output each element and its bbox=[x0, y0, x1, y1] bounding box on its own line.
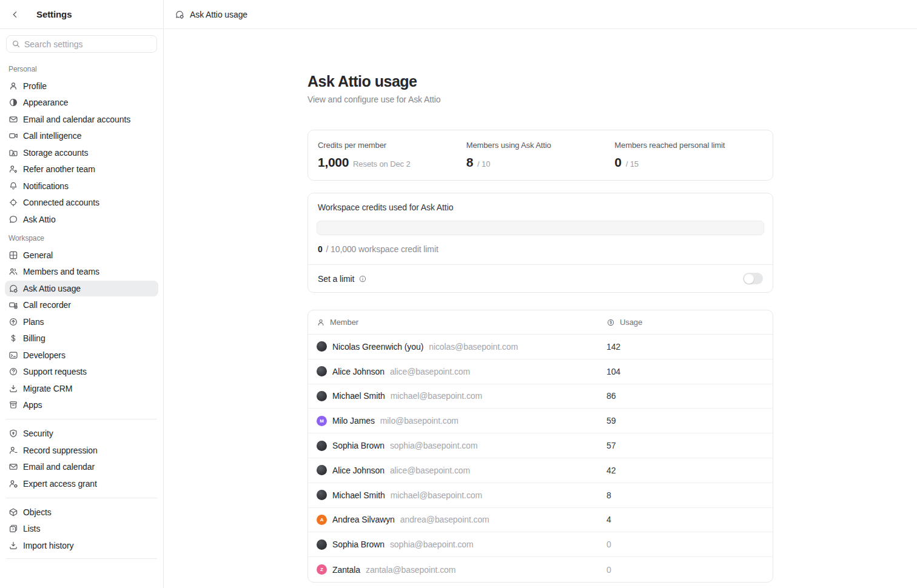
sidebar-item-label: Lists bbox=[23, 524, 40, 533]
appearance-icon bbox=[8, 98, 18, 107]
mail-person-icon bbox=[8, 115, 18, 124]
set-limit-toggle[interactable] bbox=[743, 273, 763, 284]
sidebar-item-import-history[interactable]: Import history bbox=[5, 538, 158, 553]
stat-members-using-ask-attio: Members using Ask Attio8/ 10 bbox=[466, 141, 615, 170]
svg-text:$: $ bbox=[610, 320, 612, 325]
sidebar-item-support-requests[interactable]: Support requests bbox=[5, 364, 158, 379]
member-name: Michael Smith bbox=[332, 490, 385, 500]
table-row[interactable]: Michael Smithmichael@basepoint.com86 bbox=[308, 384, 773, 409]
sidebar-item-members-and-teams[interactable]: Members and teams bbox=[5, 264, 158, 279]
sidebar-item-lists[interactable]: Lists bbox=[5, 521, 158, 536]
cube-icon bbox=[8, 507, 18, 517]
credits-usage-text: 0 / 10,000 workspace credit limit bbox=[317, 244, 764, 254]
sidebar-item-objects[interactable]: Objects bbox=[5, 504, 158, 520]
usage-value: 8 bbox=[606, 490, 764, 500]
sidebar-item-record-suppression[interactable]: Record suppression bbox=[5, 443, 158, 458]
member-name: Zantala bbox=[332, 565, 360, 575]
sidebar-item-notifications[interactable]: Notifications bbox=[5, 178, 158, 194]
users-icon bbox=[8, 267, 18, 276]
sidebar-item-label: Support requests bbox=[23, 367, 87, 376]
set-limit-label: Set a limit bbox=[318, 274, 354, 284]
video-plus-icon bbox=[8, 300, 18, 310]
sidebar-title: Settings bbox=[36, 9, 72, 19]
sidebar-item-label: Objects bbox=[23, 507, 52, 517]
sidebar-item-label: Record suppression bbox=[23, 446, 98, 455]
page-subtitle: View and configure use for Ask Attio bbox=[307, 95, 773, 104]
table-row[interactable]: Sophia Brownsophia@basepoint.com57 bbox=[308, 433, 773, 458]
terminal-icon bbox=[8, 350, 18, 360]
profile-icon bbox=[8, 81, 18, 91]
sidebar-item-appearance[interactable]: Appearance bbox=[5, 95, 158, 110]
sidebar-item-ask-attio-usage[interactable]: Ask Attio usage bbox=[5, 281, 158, 296]
toggle-knob bbox=[744, 274, 754, 284]
sidebar-item-label: Developers bbox=[23, 350, 66, 360]
sidebar-item-call-intelligence[interactable]: Call intelligence bbox=[5, 128, 158, 144]
member-email: sophia@basepoint.com bbox=[390, 441, 478, 450]
sidebar-item-email-and-calendar[interactable]: Email and calendar bbox=[5, 459, 158, 475]
sidebar-item-migrate-crm[interactable]: Migrate CRM bbox=[5, 381, 158, 396]
sidebar-item-billing[interactable]: Billing bbox=[5, 330, 158, 346]
chat-gear-icon bbox=[8, 284, 18, 293]
sidebar-item-label: Refer another team bbox=[23, 164, 95, 174]
stat-members-reached-personal-limit: Members reached personal limit0/ 15 bbox=[614, 141, 763, 170]
help-icon bbox=[8, 367, 18, 376]
sidebar-item-refer-another-team[interactable]: Refer another team bbox=[5, 161, 158, 177]
sidebar-item-label: Apps bbox=[23, 400, 42, 410]
sidebar-item-security[interactable]: Security bbox=[5, 426, 158, 441]
member-cell: Nicolas Greenwich (you)nicolas@basepoint… bbox=[317, 341, 606, 352]
member-email: milo@basepoint.com bbox=[380, 416, 458, 426]
stat-credits-per-member: Credits per member1,000Resets on Dec 2 bbox=[318, 141, 466, 170]
sidebar-item-general[interactable]: General bbox=[5, 247, 158, 263]
sidebar-item-connected-accounts[interactable]: Connected accounts bbox=[5, 195, 158, 210]
sidebar-item-plans[interactable]: Plans bbox=[5, 314, 158, 330]
table-row[interactable]: Sophia Brownsophia@baepoint.com0 bbox=[308, 532, 773, 557]
back-button[interactable] bbox=[7, 7, 23, 22]
table-row[interactable]: Alice Johnsonalice@basepoint.com104 bbox=[308, 359, 773, 384]
sidebar-item-label: Appearance bbox=[23, 98, 69, 107]
sidebar-item-email-and-calendar-accounts[interactable]: Email and calendar accounts bbox=[5, 112, 158, 127]
sidebar-item-call-recorder[interactable]: Call recorder bbox=[5, 297, 158, 313]
sidebar-item-storage-accounts[interactable]: Storage accounts bbox=[5, 145, 158, 161]
settings-sidebar: Settings PersonalProfileAppearanceEmail … bbox=[0, 0, 164, 588]
member-name: Alice Johnson bbox=[332, 367, 385, 376]
ask-attio-usage-icon bbox=[175, 10, 184, 19]
dollar-icon bbox=[8, 333, 18, 343]
sidebar-item-label: General bbox=[23, 250, 53, 260]
watch-icon bbox=[8, 198, 18, 207]
table-row[interactable]: AAndrea Silvawynandrea@basepoint.com4 bbox=[308, 508, 773, 533]
sidebar-item-expert-access-grant[interactable]: Expert access grant bbox=[5, 476, 158, 492]
stat-value: 0 bbox=[614, 155, 621, 170]
table-row[interactable]: ZZantalazantala@basepoint.com0 bbox=[308, 557, 773, 582]
sidebar-item-ask-attio[interactable]: Ask Attio bbox=[5, 212, 158, 227]
search-settings-input[interactable] bbox=[24, 39, 152, 49]
sidebar-item-label: Ask Attio bbox=[23, 215, 56, 224]
sidebar-divider bbox=[6, 498, 157, 498]
table-row[interactable]: Alice Johnsonalice@basepoint.com42 bbox=[308, 458, 773, 483]
avatar bbox=[317, 391, 327, 401]
main-scroll-area[interactable]: Ask Attio usage View and configure use f… bbox=[164, 29, 917, 588]
avatar: Z bbox=[317, 564, 327, 575]
download-icon bbox=[8, 541, 18, 550]
sidebar-item-label: Import history bbox=[23, 541, 73, 550]
sidebar-item-profile[interactable]: Profile bbox=[5, 78, 158, 94]
member-email: andrea@basepoint.com bbox=[400, 515, 489, 524]
sidebar-item-apps[interactable]: Apps bbox=[5, 397, 158, 413]
search-settings-box[interactable] bbox=[6, 35, 157, 53]
stat-value: 8 bbox=[466, 155, 473, 170]
member-name: Andrea Silvawyn bbox=[332, 515, 395, 524]
sidebar-item-label: Plans bbox=[23, 317, 44, 327]
sidebar-item-developers[interactable]: Developers bbox=[5, 347, 158, 363]
table-row[interactable]: Michael Smithmichael@basepoint.com8 bbox=[308, 483, 773, 508]
usage-value: 142 bbox=[606, 342, 764, 352]
member-cell: AAndrea Silvawynandrea@basepoint.com bbox=[317, 515, 606, 525]
member-email: alice@basepoint.com bbox=[390, 466, 470, 475]
table-row[interactable]: Nicolas Greenwich (you)nicolas@basepoint… bbox=[308, 335, 773, 359]
member-email: michael@basepoint.com bbox=[391, 391, 482, 401]
member-cell: Michael Smithmichael@basepoint.com bbox=[317, 490, 606, 500]
person-icon bbox=[317, 318, 325, 327]
member-name: Nicolas Greenwich (you) bbox=[332, 342, 423, 352]
table-row[interactable]: MMilo Jamesmilo@basepoint.com59 bbox=[308, 409, 773, 433]
shield-icon bbox=[8, 429, 18, 438]
credits-limit-label: / 10,000 workspace credit limit bbox=[326, 244, 438, 254]
chevron-left-icon bbox=[10, 10, 20, 19]
